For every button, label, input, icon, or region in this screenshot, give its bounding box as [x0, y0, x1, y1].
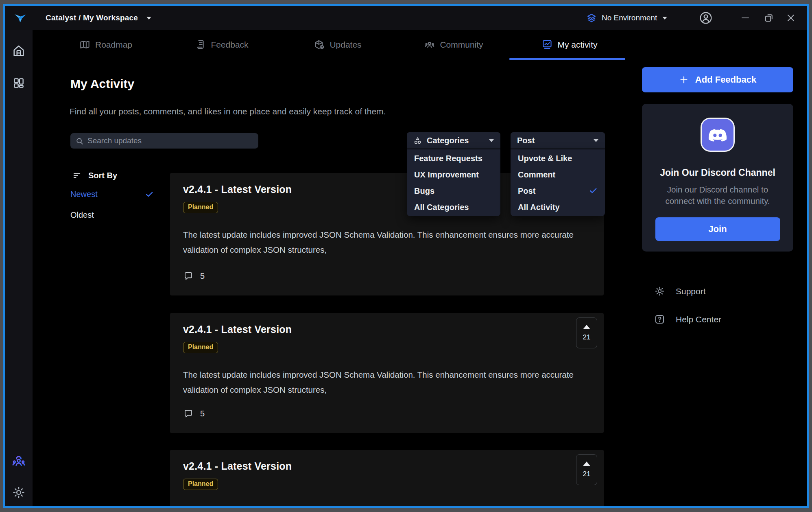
- search-icon: [75, 137, 84, 145]
- categories-dropdown-button[interactable]: Categories: [407, 132, 500, 149]
- tab-bar: Roadmap Feedback: [33, 30, 807, 63]
- upvote-count: 21: [583, 470, 591, 478]
- environment-caret-down-icon: [662, 17, 667, 20]
- layers-icon: [587, 13, 596, 23]
- search-box: [70, 133, 258, 149]
- tab-label: Feedback: [211, 40, 248, 50]
- sort-by-header: Sort By: [72, 171, 117, 180]
- filter-icon: [72, 171, 82, 180]
- comment-count-row[interactable]: 5: [183, 271, 205, 281]
- people-icon: [424, 39, 435, 50]
- status-badge: Planned: [183, 202, 218, 213]
- comment-count: 5: [200, 409, 205, 418]
- categories-dropdown-menu: Feature Requests UX Improvement Bugs All…: [407, 149, 500, 216]
- upvote-button[interactable]: 21: [576, 317, 597, 348]
- tab-label: Updates: [330, 40, 361, 50]
- sort-by-label: Sort By: [88, 171, 117, 180]
- home-icon[interactable]: [11, 44, 26, 58]
- tab-roadmap[interactable]: Roadmap: [79, 39, 132, 50]
- workspace-title[interactable]: Catalyst / My Workspace: [46, 6, 138, 30]
- tab-my-activity[interactable]: My activity: [541, 39, 597, 50]
- menu-item-feature-requests[interactable]: Feature Requests: [407, 150, 500, 166]
- categories-dropdown-label: Categories: [427, 136, 469, 145]
- map-icon: [79, 39, 90, 50]
- sort-option-newest[interactable]: Newest: [70, 190, 154, 199]
- restore-button[interactable]: [760, 6, 778, 30]
- environment-selector[interactable]: No Environment: [587, 6, 667, 30]
- app-logo-bird-icon: [14, 11, 27, 24]
- activity-card[interactable]: v2.4.1 - Latest Version Planned The late…: [170, 313, 604, 433]
- selected-check-icon: [145, 190, 154, 199]
- menu-item-all-activity[interactable]: All Activity: [511, 199, 605, 215]
- support-link[interactable]: Support: [654, 286, 706, 297]
- activity-type-dropdown-menu: Upvote & Like Comment Post All Activity: [511, 149, 605, 216]
- activity-type-dropdown-label: Post: [517, 136, 535, 145]
- account-icon[interactable]: [699, 11, 713, 25]
- card-title: v2.4.1 - Latest Version: [183, 460, 591, 472]
- upvote-button[interactable]: 21: [576, 454, 597, 485]
- selected-check-icon: [589, 186, 598, 195]
- help-center-link[interactable]: Help Center: [654, 314, 721, 325]
- page-subtitle: Find all your posts, comments, and likes…: [70, 107, 386, 116]
- community-icon[interactable]: [11, 454, 26, 468]
- tab-community[interactable]: Community: [424, 39, 483, 50]
- upvote-triangle-icon: [583, 462, 590, 466]
- search-input[interactable]: [87, 136, 253, 145]
- menu-item-all-categories[interactable]: All Categories: [407, 199, 500, 215]
- menu-item-post[interactable]: Post: [511, 183, 605, 199]
- menu-item-ux-improvement[interactable]: UX Improvement: [407, 166, 500, 183]
- page-title: My Activity: [70, 77, 134, 91]
- tab-feedback[interactable]: Feedback: [195, 39, 248, 50]
- environment-label: No Environment: [602, 13, 657, 22]
- menu-item-bugs[interactable]: Bugs: [407, 183, 500, 199]
- title-bar: Catalyst / My Workspace No Environment: [5, 6, 807, 30]
- tab-updates[interactable]: Updates: [314, 39, 361, 50]
- support-label: Support: [676, 287, 706, 296]
- minimize-button[interactable]: [736, 6, 755, 30]
- package-icon: [314, 39, 325, 50]
- discord-description: Join our Discord channel to connect with…: [656, 184, 779, 207]
- activity-card[interactable]: v2.4.1 - Latest Version Planned 21: [170, 450, 604, 508]
- discord-card: Join Our Discord Channel Join our Discor…: [642, 104, 793, 252]
- app-window: Catalyst / My Workspace No Environment: [3, 4, 809, 508]
- activity-chart-icon: [541, 39, 552, 50]
- card-title: v2.4.1 - Latest Version: [183, 324, 591, 335]
- discord-icon: [701, 118, 735, 152]
- journal-icon: [195, 39, 206, 50]
- comment-icon: [183, 271, 193, 281]
- upvote-count: 21: [583, 333, 591, 341]
- card-body: The latest update includes improved JSON…: [183, 227, 591, 257]
- main-content: Roadmap Feedback: [33, 30, 807, 506]
- menu-item-upvote-like[interactable]: Upvote & Like: [511, 150, 605, 166]
- discord-title: Join Our Discord Channel: [660, 167, 775, 178]
- help-center-label: Help Center: [676, 315, 721, 324]
- tab-label: Roadmap: [95, 40, 132, 50]
- workspace-caret-down-icon[interactable]: [146, 17, 151, 20]
- comment-count-row[interactable]: 5: [183, 409, 205, 418]
- status-badge: Planned: [183, 342, 218, 353]
- help-icon: [654, 314, 665, 325]
- comment-icon: [183, 409, 193, 418]
- activity-type-dropdown-button[interactable]: Post: [511, 132, 605, 149]
- status-badge: Planned: [183, 479, 218, 490]
- add-feedback-label: Add Feedback: [695, 74, 756, 85]
- workspaces-grid-icon[interactable]: [11, 76, 26, 90]
- activity-type-caret-down-icon: [594, 139, 598, 142]
- menu-item-comment[interactable]: Comment: [511, 166, 605, 183]
- categories-shapes-icon: [413, 136, 422, 145]
- categories-caret-down-icon: [489, 139, 494, 142]
- tab-label: My activity: [557, 40, 597, 50]
- close-button[interactable]: [781, 6, 800, 30]
- plus-icon: [679, 75, 689, 85]
- gear-icon: [654, 286, 665, 297]
- active-tab-underline: [509, 58, 625, 60]
- join-discord-button[interactable]: Join: [655, 217, 780, 241]
- comment-count: 5: [200, 271, 205, 281]
- left-sidebar: [5, 30, 33, 506]
- settings-gear-icon[interactable]: [11, 485, 26, 500]
- card-body: The latest update includes improved JSON…: [183, 367, 591, 397]
- tab-label: Community: [440, 40, 483, 50]
- upvote-triangle-icon: [583, 325, 590, 329]
- sort-option-oldest[interactable]: Oldest: [70, 210, 154, 220]
- add-feedback-button[interactable]: Add Feedback: [642, 67, 793, 92]
